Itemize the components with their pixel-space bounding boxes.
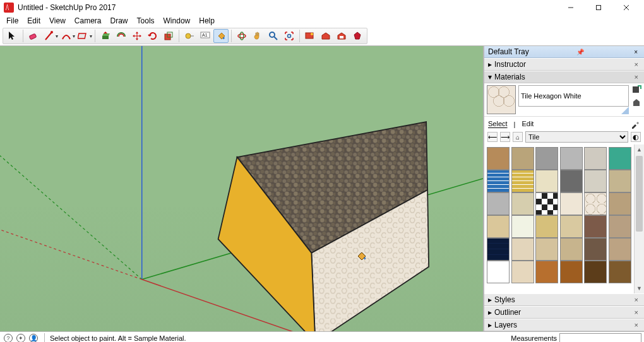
material-swatch[interactable] [487,147,510,170]
menu-file[interactable]: File [3,16,22,26]
menu-tools[interactable]: Tools [133,16,158,26]
material-swatch[interactable] [609,192,631,215]
material-swatch[interactable] [535,147,558,170]
menu-edit[interactable]: Edit [23,16,44,26]
dropdown-icon[interactable]: ▾ [90,33,92,39]
material-swatch[interactable] [584,170,607,192]
material-swatch[interactable] [511,192,534,215]
material-swatch[interactable] [609,147,631,170]
close-button[interactable] [612,0,640,15]
panel-close-icon[interactable]: × [633,296,640,304]
material-swatch[interactable] [560,192,583,215]
material-swatch[interactable] [487,170,510,192]
menu-camera[interactable]: Camera [71,16,105,26]
shape-tool-icon[interactable] [76,29,91,43]
resize-grip-icon[interactable] [621,107,629,114]
zoom-extents-tool-icon[interactable] [282,29,297,43]
material-swatch[interactable] [609,261,631,283]
dropdown-icon[interactable]: ▾ [73,33,75,39]
material-swatch[interactable] [511,215,534,238]
material-swatch[interactable] [487,192,510,215]
panel-styles[interactable]: ▸ Styles × [484,293,644,306]
ruby-console-icon[interactable] [350,29,365,43]
material-swatch[interactable] [560,261,583,283]
eraser-tool-icon[interactable] [26,29,41,43]
tray-close-icon[interactable]: × [631,49,640,56]
measurements-input[interactable] [559,333,641,343]
minimize-button[interactable] [557,0,585,15]
panel-close-icon[interactable]: × [633,73,640,81]
scale-tool-icon[interactable] [161,29,176,43]
material-swatch[interactable] [584,147,607,170]
photo-textures-icon[interactable] [302,29,318,43]
panel-materials[interactable]: ▾ Materials × [484,71,644,83]
panel-close-icon[interactable]: × [633,61,640,68]
material-swatch[interactable] [511,170,534,192]
menu-help[interactable]: Help [195,16,218,26]
details-menu-icon[interactable]: ◐ [631,132,641,142]
material-swatch[interactable] [584,192,607,215]
material-swatch[interactable] [487,238,510,261]
tray-header[interactable]: Default Tray 📌 × [484,46,644,58]
tape-tool-icon[interactable] [182,29,197,43]
material-swatch[interactable] [511,238,534,261]
menu-view[interactable]: View [45,16,69,26]
menu-window[interactable]: Window [160,16,194,26]
orbit-tool-icon[interactable] [234,29,249,43]
material-swatch[interactable] [535,170,558,192]
material-swatch[interactable] [487,261,510,283]
profile-icon[interactable]: 👤 [29,334,38,343]
nav-home-icon[interactable]: ⌂ [513,132,523,142]
pin-icon[interactable]: 📌 [574,49,587,56]
material-preview-swatch[interactable] [487,85,516,114]
nav-forward-icon[interactable]: ⟶ [500,132,510,142]
dropdown-icon[interactable]: ▾ [56,33,58,39]
line-tool-icon[interactable] [42,29,57,43]
geo-location-icon[interactable]: ? [4,334,13,343]
tab-select[interactable]: Select [488,120,508,129]
material-swatch[interactable] [535,215,558,238]
arc-tool-icon[interactable] [59,29,74,43]
create-material-icon[interactable] [631,85,641,95]
material-swatch[interactable] [609,215,631,238]
pan-tool-icon[interactable] [250,29,265,43]
move-tool-icon[interactable] [129,29,145,43]
material-swatch[interactable] [609,170,631,192]
select-tool-icon[interactable] [5,29,20,43]
claim-credit-icon[interactable]: ✦ [16,334,25,343]
set-default-material-icon[interactable] [631,98,641,108]
paint-bucket-tool-icon[interactable] [213,29,229,43]
material-swatch[interactable] [511,147,534,170]
rotate-tool-icon[interactable] [145,29,160,43]
material-swatch[interactable] [560,215,583,238]
material-swatch[interactable] [584,261,607,283]
eyedropper-icon[interactable] [630,119,640,129]
nav-back-icon[interactable]: ⟵ [487,132,498,142]
material-swatch[interactable] [584,238,607,261]
material-swatch[interactable] [511,261,534,283]
panel-close-icon[interactable]: × [633,309,640,316]
text-tool-icon[interactable]: A1 [198,29,213,43]
material-swatch[interactable] [609,238,631,261]
zoom-tool-icon[interactable] [266,29,281,43]
3d-warehouse-icon[interactable] [318,29,333,43]
scroll-thumb[interactable] [636,156,643,232]
scroll-down-icon[interactable]: ▼ [635,283,644,293]
offset-tool-icon[interactable] [114,29,129,43]
extension-warehouse-icon[interactable] [334,29,349,43]
menu-draw[interactable]: Draw [107,16,132,26]
scrollbar[interactable]: ▲ ▼ [634,144,644,293]
3d-viewport[interactable] [0,46,484,331]
tab-edit[interactable]: Edit [522,120,534,129]
panel-instructor[interactable]: ▸ Instructor × [484,58,644,71]
panel-outliner[interactable]: ▸ Outliner × [484,306,644,319]
material-category-select[interactable]: Tile [525,131,628,143]
maximize-button[interactable] [585,0,612,15]
scroll-up-icon[interactable]: ▲ [635,144,644,155]
material-swatch[interactable] [560,170,583,192]
material-swatch[interactable] [560,147,583,170]
material-swatch[interactable] [584,215,607,238]
panel-layers[interactable]: ▸ Layers × [484,319,644,331]
material-swatch[interactable] [535,238,558,261]
material-swatch[interactable] [560,238,583,261]
